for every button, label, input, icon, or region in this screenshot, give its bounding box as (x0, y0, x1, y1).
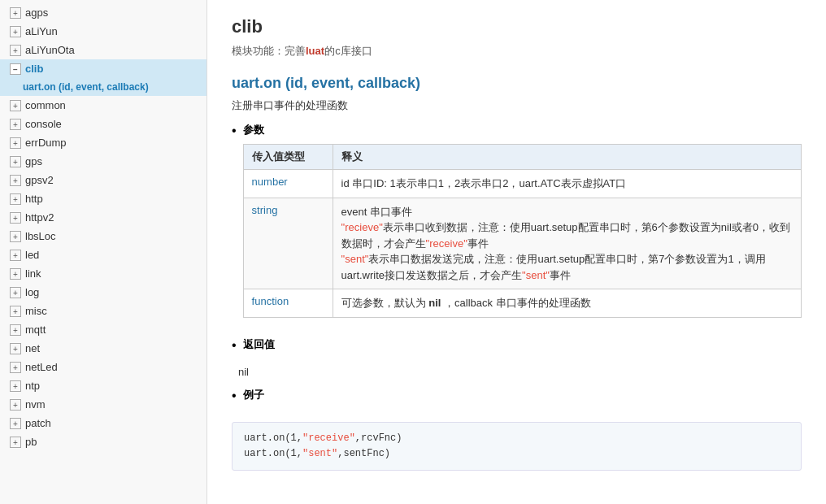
sidebar-label-ntp: ntp (25, 380, 40, 392)
sidebar-item-clib-child[interactable]: uart.on (id, event, callback) (0, 78, 206, 96)
params-section: • 参数 传入值类型 释义 numberid 串口ID: 1表示串口1，2表示串… (232, 123, 802, 331)
sidebar-item-led[interactable]: +led (0, 245, 206, 264)
code-line-1: uart.on(1,"receive",rcvFnc) (244, 431, 789, 446)
sidebar-label-lbsLoc: lbsLoc (25, 230, 56, 242)
page-title: clib (232, 16, 802, 37)
sidebar-item-agps[interactable]: +agps (0, 3, 206, 22)
sidebar-label-pb: pb (25, 436, 37, 448)
plus-icon: + (10, 26, 21, 37)
sidebar-label-link: link (25, 267, 41, 280)
sidebar-item-clib[interactable]: −clib (0, 59, 206, 78)
plus-icon: + (10, 45, 21, 56)
sidebar-item-common[interactable]: +common (0, 96, 206, 115)
return-section: • 返回值 (232, 337, 802, 353)
param-row-2: function可选参数，默认为 nil ，callback 串口事件的处理函数 (243, 289, 801, 318)
param-type-2: function (243, 289, 333, 318)
sidebar-item-gpsv2[interactable]: +gpsv2 (0, 171, 206, 189)
sidebar-label-console: console (25, 118, 62, 130)
params-label: 参数 (243, 123, 802, 137)
main-content: clib 模块功能：完善luat的c库接口 uart.on (id, event… (207, 0, 826, 504)
func-desc-text: 注册串口事件的处理函数 (232, 99, 348, 111)
plus-icon: + (10, 287, 21, 298)
sidebar-item-link[interactable]: +link (0, 264, 206, 283)
sidebar-item-nvm[interactable]: +nvm (0, 395, 206, 414)
plus-icon: + (10, 362, 21, 373)
plus-icon: + (10, 212, 21, 224)
plus-icon: + (10, 268, 21, 280)
sidebar-label-nvm: nvm (25, 398, 46, 411)
plus-icon: + (10, 250, 21, 261)
sidebar-label-mqtt: mqtt (25, 324, 46, 336)
plus-icon: + (10, 343, 21, 354)
sidebar-label-errDump: errDump (25, 137, 67, 149)
sidebar-label-agps: agps (25, 7, 48, 19)
sidebar-item-gps[interactable]: +gps (0, 152, 206, 171)
return-label: 返回值 (243, 338, 275, 350)
sidebar: +agps+aLiYun+aLiYunOta−clibuart.on (id, … (0, 0, 207, 504)
plus-icon: + (10, 119, 21, 130)
plus-icon: + (10, 306, 21, 317)
example-section: • 例子 (232, 388, 802, 409)
plus-icon: + (10, 437, 21, 448)
code-line-2: uart.on(1,"sent",sentFnc) (244, 446, 789, 462)
sidebar-label-aLiYunOta: aLiYunOta (25, 44, 75, 56)
sidebar-label-misc: misc (25, 305, 47, 317)
param-desc-0: id 串口ID: 1表示串口1，2表示串口2，uart.ATC表示虚拟AT口 (333, 170, 801, 198)
param-row-0: numberid 串口ID: 1表示串口1，2表示串口2，uart.ATC表示虚… (243, 170, 801, 198)
sidebar-item-aLiYunOta[interactable]: +aLiYunOta (0, 41, 206, 59)
param-row-1: stringevent 串口事件"recieve"表示串口收到数据，注意：使用u… (243, 198, 801, 289)
plus-icon: + (10, 100, 21, 111)
sidebar-item-mqtt[interactable]: +mqtt (0, 320, 206, 339)
sidebar-label-http: http (25, 193, 43, 205)
param-type-0: number (243, 170, 333, 198)
param-type-1: string (243, 198, 333, 289)
sidebar-label-patch: patch (25, 417, 51, 429)
sidebar-item-ntp[interactable]: +ntp (0, 376, 206, 395)
sidebar-item-errDump[interactable]: +errDump (0, 133, 206, 152)
plus-icon: + (10, 380, 21, 392)
module-desc: 模块功能：完善luat的c库接口 (232, 44, 802, 59)
minus-icon: − (10, 63, 21, 75)
func-title: uart.on (id, event, callback) (232, 75, 802, 92)
module-desc-text: 模块功能：完善luat的c库接口 (232, 45, 372, 57)
sidebar-item-aLiYun[interactable]: +aLiYun (0, 22, 206, 41)
col-header-type: 传入值类型 (243, 145, 333, 170)
param-desc-2: 可选参数，默认为 nil ，callback 串口事件的处理函数 (333, 289, 801, 318)
sidebar-item-pb[interactable]: +pb (0, 432, 206, 451)
plus-icon: + (10, 175, 21, 186)
sidebar-label-gps: gps (25, 155, 42, 167)
code-block: uart.on(1,"receive",rcvFnc) uart.on(1,"s… (232, 422, 802, 471)
plus-icon: + (10, 156, 21, 167)
plus-icon: + (10, 399, 21, 411)
sidebar-label-log: log (25, 286, 39, 298)
sidebar-item-patch[interactable]: +patch (0, 414, 206, 432)
sidebar-item-netLed[interactable]: +netLed (0, 358, 206, 376)
sidebar-label-gpsv2: gpsv2 (25, 174, 54, 186)
sidebar-item-console[interactable]: +console (0, 115, 206, 133)
sidebar-label-netLed: netLed (25, 361, 58, 373)
sidebar-label-led: led (25, 249, 39, 261)
params-table: 传入值类型 释义 numberid 串口ID: 1表示串口1，2表示串口2，ua… (243, 144, 802, 318)
sidebar-label-aLiYun: aLiYun (25, 25, 58, 37)
plus-icon: + (10, 324, 21, 336)
sidebar-item-httpv2[interactable]: +httpv2 (0, 208, 206, 227)
plus-icon: + (10, 193, 21, 205)
col-header-desc: 释义 (333, 145, 801, 170)
func-desc: 注册串口事件的处理函数 (232, 98, 802, 113)
sidebar-item-log[interactable]: +log (0, 283, 206, 302)
sidebar-label-net: net (25, 342, 40, 354)
return-value: nil (238, 366, 802, 378)
sidebar-label-common: common (25, 99, 66, 111)
plus-icon: + (10, 418, 21, 429)
sidebar-item-net[interactable]: +net (0, 339, 206, 358)
sidebar-item-misc[interactable]: +misc (0, 302, 206, 320)
param-desc-1: event 串口事件"recieve"表示串口收到数据，注意：使用uart.se… (333, 198, 801, 289)
example-label: 例子 (243, 388, 264, 402)
sidebar-label-clib: clib (25, 63, 43, 75)
sidebar-item-lbsLoc[interactable]: +lbsLoc (0, 227, 206, 245)
sidebar-label-httpv2: httpv2 (25, 211, 54, 224)
plus-icon: + (10, 231, 21, 242)
sidebar-item-http[interactable]: +http (0, 189, 206, 208)
plus-icon: + (10, 7, 21, 19)
plus-icon: + (10, 137, 21, 149)
